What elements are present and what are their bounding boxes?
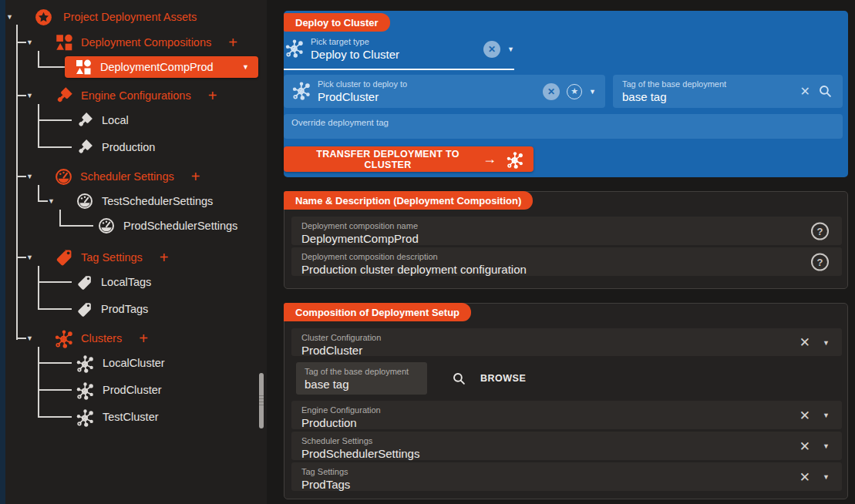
clear-base-tag-button[interactable]: ✕ (800, 84, 810, 99)
tree-item-local[interactable]: Local (76, 110, 129, 130)
tree-connector (16, 95, 26, 96)
engine-configuration-value[interactable]: Production (301, 416, 842, 429)
tree-group-scheduler-settings[interactable]: ▼ Scheduler Settings + (26, 166, 200, 186)
target-type-label: Pick target type (311, 37, 483, 46)
clear-scheduler-button[interactable]: ✕ (799, 438, 810, 454)
browse-button[interactable]: BROWSE (451, 359, 526, 398)
clear-engine-config-button[interactable]: ✕ (799, 407, 810, 423)
base-tag-value[interactable]: base tag (305, 378, 427, 391)
tree-item-prod-scheduler-settings[interactable]: ProdSchedulerSettings (97, 216, 237, 236)
add-tag-settings-button[interactable]: + (160, 250, 169, 265)
clear-tag-settings-button[interactable]: ✕ (799, 469, 810, 485)
tag-settings-select[interactable]: Tag Settings ProdTags ✕ ▼ (291, 462, 842, 491)
tree-group-label[interactable]: Engine Configurations (81, 89, 191, 102)
star-circle-icon[interactable]: ★ (567, 84, 582, 99)
expander-icon[interactable]: ▼ (26, 173, 35, 180)
expander-icon[interactable]: ▼ (48, 198, 57, 205)
item-dropdown-caret-icon[interactable]: ▼ (242, 63, 249, 71)
clear-target-type-button[interactable]: ✕ (483, 41, 500, 58)
tree-item-label[interactable]: Production (102, 141, 155, 153)
tree-connector (38, 347, 39, 418)
name-panel-title: Name & Description (Deployment Compositi… (295, 195, 521, 207)
scheduler-settings-select[interactable]: Scheduler Settings ProdSchedulerSettings… (291, 432, 842, 460)
engine-config-caret-icon[interactable]: ▼ (823, 412, 830, 419)
tree-group-label[interactable]: Tag Settings (81, 251, 143, 264)
composition-description-field[interactable]: Deployment composition description Produ… (291, 247, 842, 276)
tree-item-label[interactable]: LocalTags (101, 276, 151, 288)
expander-icon[interactable]: ▼ (6, 14, 15, 21)
tree-item-label[interactable]: ProdSchedulerSettings (123, 220, 237, 232)
override-tag-field[interactable] (284, 114, 843, 139)
tree-item-label[interactable]: Local (102, 114, 129, 126)
tree-group-deployment-compositions[interactable]: ▼ Deployment Compositions + (26, 32, 237, 52)
deploy-panel-title-tab: Deploy to Cluster (284, 13, 390, 32)
tree-item-local-cluster[interactable]: LocalCluster (76, 353, 165, 373)
target-type-caret-icon[interactable]: ▼ (507, 45, 514, 53)
tree-group-clusters[interactable]: ▼ Clusters + (26, 328, 148, 348)
tree-group-label[interactable]: Scheduler Settings (80, 170, 174, 183)
tree-root-project-deployment-assets[interactable]: ▼ Project Deployment Assets (6, 7, 197, 27)
help-icon[interactable]: ? (811, 253, 829, 270)
sidebar-scrollbar-thumb[interactable] (259, 373, 264, 428)
tree-connector (59, 210, 61, 227)
add-engine-config-button[interactable]: + (208, 88, 217, 103)
scheduler-settings-value[interactable]: ProdSchedulerSettings (301, 447, 842, 460)
expander-icon[interactable]: ▼ (26, 335, 35, 342)
tree-item-production[interactable]: Production (76, 137, 155, 157)
engine-configuration-select[interactable]: Engine Configuration Production ✕ ▼ (291, 401, 842, 429)
base-tag-field[interactable]: Tag of the base deployment base tag (296, 362, 427, 395)
cluster-picker-select[interactable]: Pick cluster to deploy to ProdCluster ✕ … (284, 75, 605, 108)
cluster-config-caret-icon[interactable]: ▼ (823, 338, 830, 346)
tree-item-prod-cluster[interactable]: ProdCluster (76, 380, 162, 400)
scheduler-caret-icon[interactable]: ▼ (823, 442, 830, 450)
override-tag-input[interactable] (284, 114, 843, 139)
expander-icon[interactable]: ▼ (26, 39, 35, 46)
tag-settings-caret-icon[interactable]: ▼ (823, 473, 830, 481)
composition-panel-title: Composition of Deployment Setup (295, 307, 459, 318)
clear-cluster-button[interactable]: ✕ (543, 83, 560, 100)
tree-group-tag-settings[interactable]: ▼ Tag Settings + (26, 247, 169, 267)
tree-item-test-scheduler-settings[interactable]: ▼ TestSchedulerSettings (48, 191, 213, 211)
base-tag-field[interactable]: Tag of the base deployment base tag ✕ (613, 75, 843, 108)
cluster-picker-value[interactable]: ProdCluster (318, 90, 543, 103)
tag-settings-label: Tag Settings (301, 467, 842, 476)
transfer-deployment-button[interactable]: TRANSFER DEPLOYMENT TO CLUSTER → (284, 146, 534, 172)
cluster-configuration-value[interactable]: ProdCluster (301, 344, 842, 357)
search-icon[interactable] (817, 83, 833, 99)
add-composition-button[interactable]: + (228, 35, 237, 50)
tree-group-label[interactable]: Clusters (81, 332, 122, 344)
tree-root-label[interactable]: Project Deployment Assets (63, 11, 197, 23)
base-tag-value[interactable]: base tag (622, 90, 800, 103)
target-type-select[interactable]: Pick target type Deploy to Cluster ✕ ▼ (284, 37, 514, 61)
target-type-value[interactable]: Deploy to Cluster (311, 48, 483, 61)
tree-item-deployment-comp-prod-selected[interactable]: DeploymentCompProd ▼ (65, 56, 258, 78)
arrow-right-icon: → (483, 151, 497, 167)
expander-icon[interactable]: ▼ (26, 254, 35, 261)
tag-settings-value[interactable]: ProdTags (301, 478, 842, 491)
tree-connector (38, 308, 72, 310)
add-scheduler-button[interactable]: + (191, 169, 200, 184)
tree-item-label[interactable]: ProdTags (101, 303, 148, 315)
tree-group-label[interactable]: Deployment Compositions (81, 36, 211, 49)
composition-name-field[interactable]: Deployment composition name DeploymentCo… (291, 217, 842, 245)
browse-button-label: BROWSE (480, 373, 526, 384)
composition-description-value[interactable]: Production cluster deployment configurat… (301, 263, 842, 276)
tree-item-label[interactable]: LocalCluster (103, 357, 165, 369)
tree-item-prod-tags[interactable]: ProdTags (76, 299, 148, 319)
cluster-configuration-select[interactable]: Cluster Configuration ProdCluster ✕ ▼ (291, 328, 842, 356)
tree-item-label[interactable]: DeploymentCompProd (100, 61, 214, 73)
scrollbar-grip (259, 395, 264, 406)
tree-item-local-tags[interactable]: LocalTags (76, 272, 151, 292)
clear-cluster-config-button[interactable]: ✕ (799, 334, 810, 351)
tree-item-label[interactable]: TestSchedulerSettings (102, 195, 213, 207)
composition-description-label: Deployment composition description (301, 252, 842, 261)
tree-group-engine-configurations[interactable]: ▼ Engine Configurations + (26, 86, 217, 106)
expander-icon[interactable]: ▼ (26, 92, 35, 99)
composition-name-value[interactable]: DeploymentCompProd (301, 232, 842, 245)
cluster-picker-caret-icon[interactable]: ▼ (589, 88, 596, 96)
tree-item-label[interactable]: ProdCluster (103, 384, 162, 396)
help-icon[interactable]: ? (811, 222, 829, 240)
tree-item-label[interactable]: TestCluster (103, 411, 159, 423)
tree-item-test-cluster[interactable]: TestCluster (76, 407, 159, 427)
add-cluster-button[interactable]: + (139, 331, 148, 346)
